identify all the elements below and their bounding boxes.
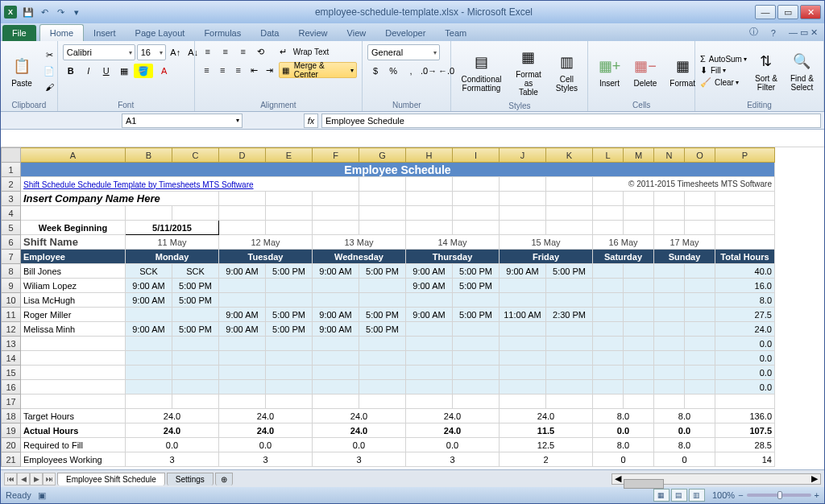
fill-color-icon[interactable]: 🪣: [134, 64, 153, 78]
shift-start[interactable]: [593, 337, 624, 351]
column-header[interactable]: I: [453, 148, 500, 163]
shift-start[interactable]: [406, 351, 453, 366]
percent-icon[interactable]: %: [385, 64, 401, 78]
sheet-tab-active[interactable]: Employee Shift Schedule: [57, 473, 165, 485]
shift-end[interactable]: [624, 337, 654, 351]
column-header[interactable]: N: [654, 148, 685, 163]
row-header[interactable]: 4: [2, 206, 21, 221]
autosum-button[interactable]: ΣAutoSum▾: [700, 54, 747, 64]
format-painter-icon[interactable]: 🖌: [41, 80, 57, 94]
shift-end[interactable]: [453, 366, 500, 380]
shift-end[interactable]: [359, 366, 406, 380]
formula-input[interactable]: Employee Schedule: [321, 114, 821, 128]
shift-end[interactable]: [453, 380, 500, 395]
clear-button[interactable]: 🧹Clear▾: [700, 77, 747, 88]
shift-start[interactable]: [313, 366, 359, 380]
shift-end[interactable]: 2:30 PM: [546, 308, 593, 322]
shift-end[interactable]: 5:00 PM: [172, 322, 219, 337]
minimize-button[interactable]: —: [755, 5, 776, 19]
font-name-dropdown[interactable]: Calibri: [63, 44, 135, 60]
row-header[interactable]: 16: [2, 380, 21, 395]
employee-name[interactable]: [21, 337, 126, 351]
sheet-next-icon[interactable]: ▶: [30, 473, 43, 485]
shift-end[interactable]: 5:00 PM: [359, 322, 406, 337]
wrap-text-button[interactable]: Wrap Text: [293, 48, 330, 56]
employee-name[interactable]: Bill Jones: [21, 264, 126, 279]
close-button[interactable]: ✕: [800, 5, 821, 19]
shift-start[interactable]: 11:00 AM: [500, 308, 546, 322]
column-header[interactable]: F: [313, 148, 359, 163]
shift-start[interactable]: [500, 279, 546, 293]
increase-decimal-icon[interactable]: .0→: [421, 64, 437, 78]
shift-end[interactable]: [172, 380, 219, 395]
shift-start[interactable]: [654, 308, 685, 322]
employee-name[interactable]: Melissa Minh: [21, 322, 126, 337]
tab-team[interactable]: Team: [435, 25, 476, 41]
tab-formulas[interactable]: Formulas: [194, 25, 251, 41]
zoom-level[interactable]: 100%: [712, 490, 735, 500]
shift-start[interactable]: [219, 279, 266, 293]
shift-start[interactable]: [593, 351, 624, 366]
shift-start[interactable]: [219, 337, 266, 351]
shift-end[interactable]: [546, 337, 593, 351]
shift-start[interactable]: [219, 351, 266, 366]
tab-file[interactable]: File: [2, 25, 36, 41]
row-header[interactable]: 11: [2, 308, 21, 322]
row-header[interactable]: 20: [2, 438, 21, 452]
shift-end[interactable]: [546, 351, 593, 366]
shift-start[interactable]: [313, 279, 359, 293]
align-right-icon[interactable]: ≡: [231, 63, 246, 77]
shift-end[interactable]: 5:00 PM: [172, 279, 219, 293]
orientation-icon[interactable]: ⟲: [253, 44, 269, 59]
shift-start[interactable]: [219, 380, 266, 395]
shift-end[interactable]: SCK: [172, 264, 219, 279]
row-header[interactable]: 18: [2, 409, 21, 423]
shift-end[interactable]: [172, 351, 219, 366]
fx-icon[interactable]: fx: [304, 114, 318, 128]
help-icon[interactable]: ?: [765, 25, 782, 41]
shift-end[interactable]: [266, 380, 313, 395]
shift-end[interactable]: 5:00 PM: [266, 308, 313, 322]
increase-indent-icon[interactable]: ⇥: [263, 63, 277, 77]
page-layout-view-icon[interactable]: ▤: [671, 489, 687, 502]
shift-end[interactable]: [624, 366, 654, 380]
sheet-prev-icon[interactable]: ◀: [17, 473, 30, 485]
align-bottom-icon[interactable]: ≡: [235, 44, 251, 59]
shift-start[interactable]: [313, 293, 359, 308]
shift-end[interactable]: [359, 279, 406, 293]
tab-review[interactable]: Review: [288, 25, 337, 41]
shift-end[interactable]: [624, 293, 654, 308]
decrease-indent-icon[interactable]: ⇤: [247, 63, 262, 77]
column-header[interactable]: C: [172, 148, 219, 163]
new-sheet-icon[interactable]: ⊕: [215, 473, 233, 485]
shift-start[interactable]: 9:00 AM: [126, 322, 172, 337]
shift-end[interactable]: [546, 293, 593, 308]
delete-cells-button[interactable]: ▦− Delete: [628, 53, 661, 89]
shift-start[interactable]: 9:00 AM: [406, 264, 453, 279]
shift-end[interactable]: [685, 337, 715, 351]
shift-start[interactable]: [593, 264, 624, 279]
shift-end[interactable]: [266, 366, 313, 380]
shift-end[interactable]: [685, 264, 715, 279]
increase-font-icon[interactable]: A↑: [168, 45, 184, 60]
shift-end[interactable]: [546, 279, 593, 293]
shift-start[interactable]: [500, 322, 546, 337]
row-header[interactable]: 3: [2, 192, 21, 206]
employee-name[interactable]: [21, 366, 126, 380]
shift-end[interactable]: [685, 380, 715, 395]
shift-start[interactable]: [406, 293, 453, 308]
shift-start[interactable]: [500, 380, 546, 395]
shift-start[interactable]: 9:00 AM: [219, 322, 266, 337]
shift-start[interactable]: [406, 380, 453, 395]
shift-end[interactable]: [624, 308, 654, 322]
shift-start[interactable]: [654, 337, 685, 351]
shift-start[interactable]: [406, 337, 453, 351]
shift-start[interactable]: 9:00 AM: [406, 308, 453, 322]
employee-name[interactable]: Wiliam Lopez: [21, 279, 126, 293]
column-header[interactable]: H: [406, 148, 453, 163]
shift-end[interactable]: 5:00 PM: [359, 308, 406, 322]
row-header[interactable]: 7: [2, 250, 21, 264]
sheet-last-icon[interactable]: ⏭: [43, 473, 56, 485]
shift-start[interactable]: [219, 366, 266, 380]
conditional-formatting-button[interactable]: ▤ Conditional Formatting: [456, 49, 506, 94]
